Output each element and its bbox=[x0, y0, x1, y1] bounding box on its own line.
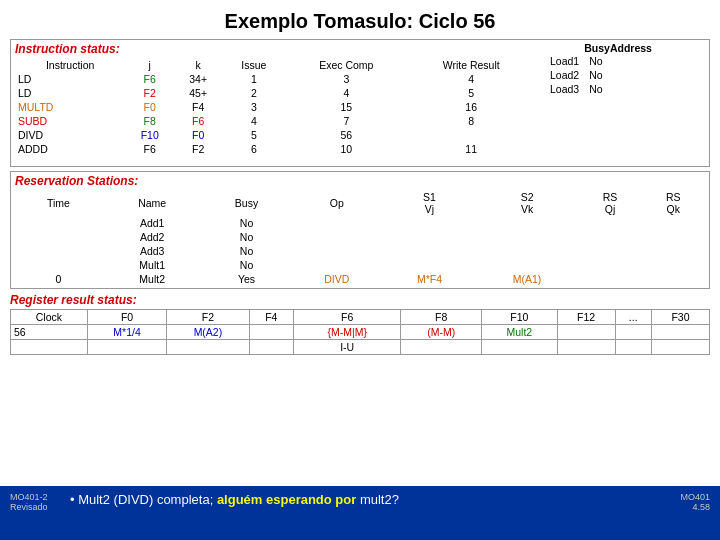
table-row: LD F2 45+ 2 4 5 bbox=[15, 86, 535, 100]
instr-issue: 1 bbox=[222, 72, 285, 86]
rs-col-busy: Busy bbox=[203, 190, 291, 216]
list-item: Load3 No bbox=[545, 82, 652, 96]
rs-qk bbox=[642, 216, 705, 230]
rr-cell: 56 bbox=[11, 325, 88, 340]
rs-time bbox=[15, 244, 102, 258]
rs-vj bbox=[383, 230, 476, 244]
rs-name: Add1 bbox=[102, 216, 203, 230]
instr-j: F6 bbox=[125, 142, 174, 156]
table-row: DIVD F10 F0 5 56 bbox=[15, 128, 535, 142]
rs-busy: Yes bbox=[203, 272, 291, 286]
rs-col-vk: S2Vk bbox=[476, 190, 579, 216]
rr-cell bbox=[87, 340, 167, 355]
rs-time bbox=[15, 216, 102, 230]
rf-busy: No bbox=[584, 82, 610, 96]
rs-busy: No bbox=[203, 244, 291, 258]
rf-name: Load3 bbox=[545, 82, 584, 96]
rr-header: F6 bbox=[294, 310, 401, 325]
rf-busy: No bbox=[584, 54, 610, 68]
instr-issue: 5 bbox=[222, 128, 285, 142]
rr-cell: I-U bbox=[294, 340, 401, 355]
rs-busy: No bbox=[203, 258, 291, 272]
rs-qj bbox=[578, 216, 641, 230]
instr-exec: 56 bbox=[285, 128, 407, 142]
rr-cell bbox=[249, 340, 293, 355]
instr-name: LD bbox=[15, 72, 125, 86]
rs-qj bbox=[578, 272, 641, 286]
instr-name: MULTD bbox=[15, 100, 125, 114]
instr-write: 5 bbox=[407, 86, 535, 100]
col-header-write: Write Result bbox=[407, 58, 535, 72]
instr-issue: 2 bbox=[222, 86, 285, 100]
rs-op bbox=[290, 230, 383, 244]
instr-name: ADDD bbox=[15, 142, 125, 156]
rs-time bbox=[15, 230, 102, 244]
rs-vj: M*F4 bbox=[383, 272, 476, 286]
instr-k: 45+ bbox=[174, 86, 222, 100]
rr-cell bbox=[615, 325, 651, 340]
table-row: 0 Mult2 Yes DIVD M*F4 M(A1) bbox=[15, 272, 705, 286]
rr-cell: {M-M|M} bbox=[294, 325, 401, 340]
table-row: Add1 No bbox=[15, 216, 705, 230]
col-header-exec: Exec Comp bbox=[285, 58, 407, 72]
instr-k: F6 bbox=[174, 114, 222, 128]
instr-name: LD bbox=[15, 86, 125, 100]
rs-time bbox=[15, 258, 102, 272]
list-item: Load2 No bbox=[545, 68, 652, 82]
col-header-instruction: Instruction bbox=[15, 58, 125, 72]
instr-exec: 15 bbox=[285, 100, 407, 114]
instr-write: 16 bbox=[407, 100, 535, 114]
instr-j: F8 bbox=[125, 114, 174, 128]
bottom-left-label: MO401-2 Revisado bbox=[10, 492, 70, 512]
table-row: SUBD F8 F6 4 7 8 bbox=[15, 114, 535, 128]
instr-k: F4 bbox=[174, 100, 222, 114]
rs-qk bbox=[642, 272, 705, 286]
instr-issue: 4 bbox=[222, 114, 285, 128]
rs-name: Add3 bbox=[102, 244, 203, 258]
rf-addr bbox=[610, 54, 652, 68]
rs-busy: No bbox=[203, 216, 291, 230]
col-header-issue: Issue bbox=[222, 58, 285, 72]
bottom-message-bold: alguém esperando por bbox=[217, 492, 356, 507]
table-row: I-U bbox=[11, 340, 710, 355]
instr-exec: 7 bbox=[285, 114, 407, 128]
instr-j: F6 bbox=[125, 72, 174, 86]
rs-vk: M(A1) bbox=[476, 272, 579, 286]
rr-header: F12 bbox=[557, 310, 615, 325]
rr-cell bbox=[167, 340, 249, 355]
rs-qj bbox=[578, 244, 641, 258]
rf-addr bbox=[610, 68, 652, 82]
rs-vj bbox=[383, 258, 476, 272]
instr-exec: 4 bbox=[285, 86, 407, 100]
rr-header: Clock bbox=[11, 310, 88, 325]
rr-header: F30 bbox=[651, 310, 709, 325]
table-row: Add2 No bbox=[15, 230, 705, 244]
instr-exec: 3 bbox=[285, 72, 407, 86]
instruction-status-title: Instruction status: bbox=[15, 42, 535, 56]
rr-header: F4 bbox=[249, 310, 293, 325]
instr-k: F0 bbox=[174, 128, 222, 142]
rf-addr bbox=[610, 82, 652, 96]
list-item: Load1 No bbox=[545, 54, 652, 68]
col-header-k: k bbox=[174, 58, 222, 72]
rs-vj bbox=[383, 216, 476, 230]
rr-cell bbox=[401, 340, 482, 355]
rr-cell bbox=[11, 340, 88, 355]
instr-j: F0 bbox=[125, 100, 174, 114]
instruction-status-table: Instruction j k Issue Exec Comp Write Re… bbox=[15, 58, 535, 156]
rs-col-name: Name bbox=[102, 190, 203, 216]
instr-name: SUBD bbox=[15, 114, 125, 128]
rs-qk bbox=[642, 244, 705, 258]
rr-cell: Mult2 bbox=[482, 325, 557, 340]
rf-col-name bbox=[545, 42, 584, 54]
rf-name: Load1 bbox=[545, 54, 584, 68]
rr-cell bbox=[557, 340, 615, 355]
rs-col-qj: RSQj bbox=[578, 190, 641, 216]
rf-name: Load2 bbox=[545, 68, 584, 82]
rr-cell: (M-M) bbox=[401, 325, 482, 340]
rr-header: F10 bbox=[482, 310, 557, 325]
rs-col-op: Op bbox=[290, 190, 383, 216]
register-file-table: Busy Address Load1 No Load2 No Load3 No bbox=[545, 42, 652, 96]
rr-cell bbox=[651, 325, 709, 340]
rs-qk bbox=[642, 258, 705, 272]
